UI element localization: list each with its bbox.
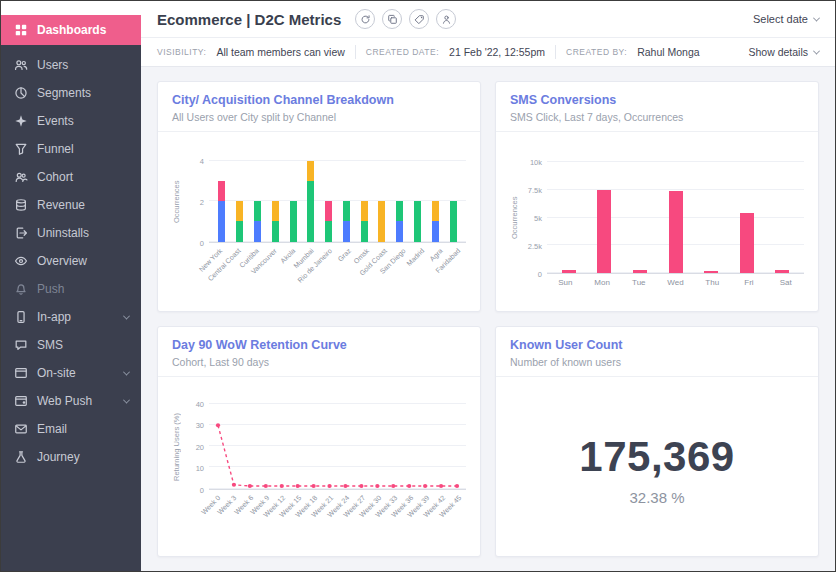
y-axis: 024: [181, 161, 209, 243]
sidebar-item-label: Push: [37, 282, 64, 296]
dashboards-icon: [13, 23, 28, 38]
sidebar-item-funnel[interactable]: Funnel: [1, 135, 141, 163]
header: Ecommerce | D2C Metrics Select date: [141, 1, 835, 38]
y-tick-label: 2.5k: [528, 242, 542, 251]
y-tick-label: 10k: [530, 158, 542, 167]
select-date-button[interactable]: Select date: [753, 13, 819, 25]
tag-icon: [414, 14, 425, 25]
email-icon: [13, 422, 28, 437]
sidebar-item-label: In-app: [37, 310, 71, 324]
refresh-button[interactable]: [355, 9, 375, 29]
bar-0: [551, 162, 587, 273]
bar-2: [249, 161, 267, 242]
kpi-value: 175,369: [579, 433, 734, 481]
plot-area: [209, 404, 466, 490]
y-axis-label: Occurrences: [172, 161, 181, 243]
divider: [555, 45, 556, 59]
show-details-label: Show details: [748, 46, 808, 58]
meta-bar: Visibility: All team members can view Cr…: [141, 38, 835, 67]
users-icon: [13, 58, 28, 73]
dashboard-grid: City/ Acquisition Channel Breakdown All …: [141, 67, 835, 571]
visibility-label: Visibility:: [157, 47, 206, 57]
sidebar-item-label: Dashboards: [37, 23, 106, 37]
sidebar-item-label: Uninstalls: [37, 226, 89, 240]
y-tick-label: 0: [538, 270, 542, 279]
sidebar-item-label: On-site: [37, 366, 76, 380]
sidebar-item-in-app[interactable]: In-app: [1, 303, 141, 331]
card-title: SMS Conversions: [510, 93, 804, 107]
sidebar-item-label: Segments: [37, 86, 91, 100]
app-window: DashboardsUsersSegmentsEventsFunnelCohor…: [0, 0, 836, 572]
overview-icon: [13, 254, 28, 269]
chevron-down-icon: [123, 396, 130, 403]
bar-0: [213, 161, 231, 242]
card-title: City/ Acquisition Channel Breakdown: [172, 93, 466, 107]
bar-2: [622, 162, 658, 273]
bar-5: [302, 161, 320, 242]
sidebar-item-segments[interactable]: Segments: [1, 79, 141, 107]
events-icon: [13, 114, 28, 129]
bar-13: [444, 161, 462, 242]
x-tick-label: Thu: [694, 274, 731, 287]
card-retention-curve: Day 90 WoW Retention Curve Cohort, Last …: [157, 326, 481, 557]
bar-3: [266, 161, 284, 242]
sidebar-item-email[interactable]: Email: [1, 415, 141, 443]
chevron-down-icon: [123, 368, 130, 375]
card-sms-conversions: SMS Conversions SMS Click, Last 7 days, …: [495, 81, 819, 312]
funnel-icon: [13, 142, 28, 157]
card-city-channel-breakdown: City/ Acquisition Channel Breakdown All …: [157, 81, 481, 312]
x-tick-label: Vancouver: [264, 243, 282, 289]
bar-1: [587, 162, 623, 273]
sidebar-item-revenue[interactable]: Revenue: [1, 191, 141, 219]
sidebar-item-label: Overview: [37, 254, 87, 268]
card-head: City/ Acquisition Channel Breakdown All …: [158, 82, 480, 132]
x-tick-label: Sun: [547, 274, 584, 287]
y-tick-label: 0: [200, 238, 204, 247]
sidebar-item-label: Revenue: [37, 198, 85, 212]
share-button[interactable]: [436, 9, 456, 29]
x-tick-label: Tue: [620, 274, 657, 287]
bar-6: [764, 162, 800, 273]
show-details-button[interactable]: Show details: [748, 46, 819, 58]
sidebar: DashboardsUsersSegmentsEventsFunnelCohor…: [1, 1, 141, 571]
uninstalls-icon: [13, 226, 28, 241]
plot-area: [209, 161, 466, 243]
card-known-user-count: Known User Count Number of known users 1…: [495, 326, 819, 557]
sidebar-item-sms[interactable]: SMS: [1, 331, 141, 359]
sms-conversions-chart[interactable]: Occurrences02.5k5k7.5k10kSunMonTueWedThu…: [510, 162, 804, 287]
segments-icon: [13, 86, 28, 101]
y-tick-label: 0: [200, 485, 204, 494]
created-by-value: Rahul Monga: [637, 46, 699, 58]
cohort-icon: [13, 170, 28, 185]
card-title: Day 90 WoW Retention Curve: [172, 338, 466, 352]
x-tick-label: Madrid: [411, 243, 429, 289]
sidebar-item-dashboards[interactable]: Dashboards: [1, 15, 141, 45]
sidebar-item-label: Cohort: [37, 170, 73, 184]
card-subtitle: Number of known users: [510, 356, 804, 368]
sidebar-item-label: Journey: [37, 450, 80, 464]
sidebar-item-on-site[interactable]: On-site: [1, 359, 141, 387]
chevron-down-icon: [813, 47, 820, 54]
sidebar-item-uninstalls[interactable]: Uninstalls: [1, 219, 141, 247]
card-head: Known User Count Number of known users: [496, 327, 818, 377]
sidebar-item-push[interactable]: Push: [1, 275, 141, 303]
sidebar-item-cohort[interactable]: Cohort: [1, 163, 141, 191]
sidebar-item-events[interactable]: Events: [1, 107, 141, 135]
bar-3: [658, 162, 694, 273]
sidebar-item-users[interactable]: Users: [1, 51, 141, 79]
sidebar-item-web-push[interactable]: Web Push: [1, 387, 141, 415]
webpush-icon: [13, 394, 28, 409]
tag-button[interactable]: [409, 9, 429, 29]
sidebar-item-label: Email: [37, 422, 67, 436]
x-tick-label: Week 45: [450, 490, 466, 536]
x-tick-label: Faridabad: [448, 243, 466, 289]
city-channel-chart[interactable]: Occurrences024New YorkCentral CoastCurit…: [172, 161, 466, 289]
sidebar-item-overview[interactable]: Overview: [1, 247, 141, 275]
card-head: SMS Conversions SMS Click, Last 7 days, …: [496, 82, 818, 132]
plot-area: [547, 162, 804, 274]
retention-curve-chart[interactable]: Returning Users (%)010203040Week 0Week 3…: [172, 404, 466, 536]
y-tick-label: 2: [200, 197, 204, 206]
copy-button[interactable]: [382, 9, 402, 29]
sidebar-item-label: Funnel: [37, 142, 74, 156]
sidebar-item-journey[interactable]: Journey: [1, 443, 141, 471]
